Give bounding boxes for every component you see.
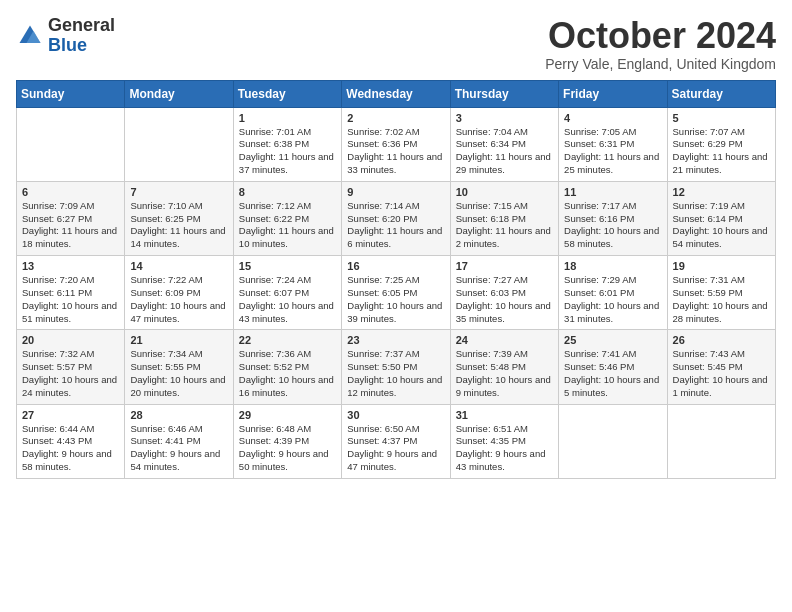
calendar-cell: 2Sunrise: 7:02 AM Sunset: 6:36 PM Daylig… [342,107,450,181]
day-detail: Sunrise: 7:36 AM Sunset: 5:52 PM Dayligh… [239,348,336,399]
day-number: 8 [239,186,336,198]
day-number: 22 [239,334,336,346]
logo-text: General Blue [48,16,115,56]
calendar-cell: 1Sunrise: 7:01 AM Sunset: 6:38 PM Daylig… [233,107,341,181]
day-number: 30 [347,409,444,421]
day-number: 15 [239,260,336,272]
day-number: 5 [673,112,770,124]
weekday-header-saturday: Saturday [667,80,775,107]
day-number: 23 [347,334,444,346]
day-number: 2 [347,112,444,124]
calendar-cell: 7Sunrise: 7:10 AM Sunset: 6:25 PM Daylig… [125,181,233,255]
calendar-cell: 26Sunrise: 7:43 AM Sunset: 5:45 PM Dayli… [667,330,775,404]
weekday-header-row: SundayMondayTuesdayWednesdayThursdayFrid… [17,80,776,107]
logo-icon [16,22,44,50]
day-number: 11 [564,186,661,198]
day-detail: Sunrise: 7:43 AM Sunset: 5:45 PM Dayligh… [673,348,770,399]
calendar-cell: 6Sunrise: 7:09 AM Sunset: 6:27 PM Daylig… [17,181,125,255]
day-number: 28 [130,409,227,421]
day-detail: Sunrise: 7:14 AM Sunset: 6:20 PM Dayligh… [347,200,444,251]
weekday-header-sunday: Sunday [17,80,125,107]
calendar-cell: 3Sunrise: 7:04 AM Sunset: 6:34 PM Daylig… [450,107,558,181]
calendar-cell [559,404,667,478]
calendar-week-5: 27Sunrise: 6:44 AM Sunset: 4:43 PM Dayli… [17,404,776,478]
day-detail: Sunrise: 7:29 AM Sunset: 6:01 PM Dayligh… [564,274,661,325]
day-detail: Sunrise: 7:05 AM Sunset: 6:31 PM Dayligh… [564,126,661,177]
day-detail: Sunrise: 7:15 AM Sunset: 6:18 PM Dayligh… [456,200,553,251]
day-number: 4 [564,112,661,124]
day-detail: Sunrise: 6:46 AM Sunset: 4:41 PM Dayligh… [130,423,227,474]
day-number: 3 [456,112,553,124]
calendar-cell [667,404,775,478]
day-number: 1 [239,112,336,124]
day-number: 10 [456,186,553,198]
weekday-header-monday: Monday [125,80,233,107]
calendar-table: SundayMondayTuesdayWednesdayThursdayFrid… [16,80,776,479]
calendar-cell: 17Sunrise: 7:27 AM Sunset: 6:03 PM Dayli… [450,256,558,330]
calendar-week-2: 6Sunrise: 7:09 AM Sunset: 6:27 PM Daylig… [17,181,776,255]
calendar-cell: 8Sunrise: 7:12 AM Sunset: 6:22 PM Daylig… [233,181,341,255]
day-number: 31 [456,409,553,421]
day-detail: Sunrise: 7:04 AM Sunset: 6:34 PM Dayligh… [456,126,553,177]
calendar-cell [125,107,233,181]
day-detail: Sunrise: 7:20 AM Sunset: 6:11 PM Dayligh… [22,274,119,325]
day-detail: Sunrise: 7:31 AM Sunset: 5:59 PM Dayligh… [673,274,770,325]
logo-blue: Blue [48,35,87,55]
calendar-body: 1Sunrise: 7:01 AM Sunset: 6:38 PM Daylig… [17,107,776,478]
day-number: 19 [673,260,770,272]
day-number: 20 [22,334,119,346]
logo-general: General [48,15,115,35]
title-block: October 2024 Perry Vale, England, United… [545,16,776,72]
calendar-cell: 22Sunrise: 7:36 AM Sunset: 5:52 PM Dayli… [233,330,341,404]
calendar-cell: 14Sunrise: 7:22 AM Sunset: 6:09 PM Dayli… [125,256,233,330]
day-number: 6 [22,186,119,198]
calendar-cell: 5Sunrise: 7:07 AM Sunset: 6:29 PM Daylig… [667,107,775,181]
calendar-week-4: 20Sunrise: 7:32 AM Sunset: 5:57 PM Dayli… [17,330,776,404]
day-detail: Sunrise: 7:34 AM Sunset: 5:55 PM Dayligh… [130,348,227,399]
day-detail: Sunrise: 7:12 AM Sunset: 6:22 PM Dayligh… [239,200,336,251]
calendar-cell: 20Sunrise: 7:32 AM Sunset: 5:57 PM Dayli… [17,330,125,404]
day-number: 27 [22,409,119,421]
day-detail: Sunrise: 7:25 AM Sunset: 6:05 PM Dayligh… [347,274,444,325]
day-detail: Sunrise: 7:41 AM Sunset: 5:46 PM Dayligh… [564,348,661,399]
weekday-header-thursday: Thursday [450,80,558,107]
day-detail: Sunrise: 7:24 AM Sunset: 6:07 PM Dayligh… [239,274,336,325]
calendar-cell: 10Sunrise: 7:15 AM Sunset: 6:18 PM Dayli… [450,181,558,255]
day-detail: Sunrise: 7:22 AM Sunset: 6:09 PM Dayligh… [130,274,227,325]
day-detail: Sunrise: 7:02 AM Sunset: 6:36 PM Dayligh… [347,126,444,177]
day-detail: Sunrise: 7:09 AM Sunset: 6:27 PM Dayligh… [22,200,119,251]
calendar-cell [17,107,125,181]
day-number: 29 [239,409,336,421]
day-detail: Sunrise: 7:37 AM Sunset: 5:50 PM Dayligh… [347,348,444,399]
day-number: 7 [130,186,227,198]
day-number: 21 [130,334,227,346]
day-number: 17 [456,260,553,272]
weekday-header-friday: Friday [559,80,667,107]
day-number: 9 [347,186,444,198]
day-detail: Sunrise: 7:01 AM Sunset: 6:38 PM Dayligh… [239,126,336,177]
calendar-cell: 16Sunrise: 7:25 AM Sunset: 6:05 PM Dayli… [342,256,450,330]
calendar-cell: 21Sunrise: 7:34 AM Sunset: 5:55 PM Dayli… [125,330,233,404]
calendar-cell: 13Sunrise: 7:20 AM Sunset: 6:11 PM Dayli… [17,256,125,330]
day-number: 16 [347,260,444,272]
day-detail: Sunrise: 7:19 AM Sunset: 6:14 PM Dayligh… [673,200,770,251]
day-detail: Sunrise: 7:39 AM Sunset: 5:48 PM Dayligh… [456,348,553,399]
calendar-cell: 24Sunrise: 7:39 AM Sunset: 5:48 PM Dayli… [450,330,558,404]
calendar-week-3: 13Sunrise: 7:20 AM Sunset: 6:11 PM Dayli… [17,256,776,330]
calendar-cell: 9Sunrise: 7:14 AM Sunset: 6:20 PM Daylig… [342,181,450,255]
day-number: 25 [564,334,661,346]
calendar-week-1: 1Sunrise: 7:01 AM Sunset: 6:38 PM Daylig… [17,107,776,181]
day-detail: Sunrise: 7:07 AM Sunset: 6:29 PM Dayligh… [673,126,770,177]
day-number: 12 [673,186,770,198]
day-detail: Sunrise: 7:17 AM Sunset: 6:16 PM Dayligh… [564,200,661,251]
calendar-cell: 18Sunrise: 7:29 AM Sunset: 6:01 PM Dayli… [559,256,667,330]
calendar-cell: 19Sunrise: 7:31 AM Sunset: 5:59 PM Dayli… [667,256,775,330]
calendar-cell: 28Sunrise: 6:46 AM Sunset: 4:41 PM Dayli… [125,404,233,478]
day-detail: Sunrise: 6:50 AM Sunset: 4:37 PM Dayligh… [347,423,444,474]
day-number: 14 [130,260,227,272]
day-detail: Sunrise: 6:51 AM Sunset: 4:35 PM Dayligh… [456,423,553,474]
day-number: 18 [564,260,661,272]
day-detail: Sunrise: 6:48 AM Sunset: 4:39 PM Dayligh… [239,423,336,474]
location: Perry Vale, England, United Kingdom [545,56,776,72]
calendar-cell: 15Sunrise: 7:24 AM Sunset: 6:07 PM Dayli… [233,256,341,330]
